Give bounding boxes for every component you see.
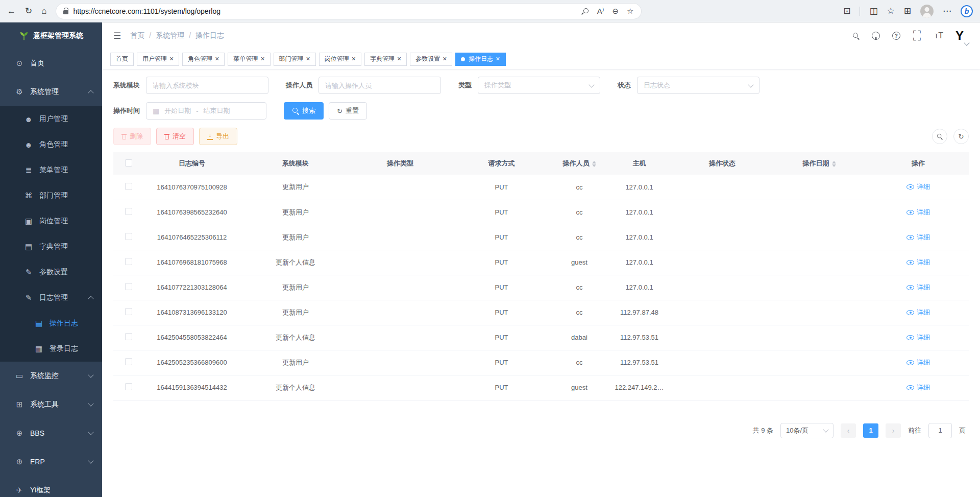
detail-link[interactable]: 详细 xyxy=(906,283,930,292)
sort-icon[interactable] xyxy=(832,161,836,167)
tab-close-icon[interactable] xyxy=(306,55,310,63)
tab-close-icon[interactable] xyxy=(496,55,500,63)
sidebar-item[interactable]: ⌘ 部门管理 xyxy=(0,183,102,208)
view-tab[interactable]: 参数设置 xyxy=(410,53,452,66)
col-date[interactable]: 操作日期 xyxy=(771,152,868,175)
current-page[interactable]: 1 xyxy=(863,423,878,438)
copilot-icon[interactable] xyxy=(961,5,973,17)
status-select[interactable]: 日志状态 xyxy=(637,77,760,94)
date-range-picker[interactable]: ▦ 开始日期 - 结束日期 xyxy=(146,102,266,120)
toggle-search-button[interactable] xyxy=(932,129,947,144)
font-size-icon[interactable]: ᴛT xyxy=(935,31,943,40)
refresh-icon[interactable]: ↻ xyxy=(25,7,32,15)
detail-link[interactable]: 详细 xyxy=(906,358,930,367)
module-input[interactable] xyxy=(153,82,262,89)
view-tab[interactable]: 角色管理 xyxy=(182,53,225,66)
sidebar-item[interactable]: ☻ 用户管理 xyxy=(0,106,102,132)
delete-button[interactable]: 删除 xyxy=(113,128,151,145)
view-tab[interactable]: 首页 xyxy=(110,53,134,66)
sidebar-item[interactable]: ▤ 操作日志 xyxy=(0,311,102,336)
sidebar-item[interactable]: ✈ Yi框架 xyxy=(0,476,102,497)
divider[interactable] xyxy=(860,7,860,16)
sidebar-item[interactable]: ⊕ BBS xyxy=(0,419,102,447)
row-checkbox[interactable] xyxy=(125,283,132,290)
sidebar-item[interactable]: ⊕ ERP xyxy=(0,447,102,476)
extensions-icon[interactable]: ⊡ xyxy=(843,7,850,15)
sidebar-item[interactable]: ☻ 角色管理 xyxy=(0,132,102,157)
row-checkbox[interactable] xyxy=(125,358,132,365)
sidebar-item[interactable]: ✎ 参数设置 xyxy=(0,259,102,285)
detail-link[interactable]: 详细 xyxy=(906,208,930,217)
help-icon[interactable] xyxy=(892,32,900,40)
type-select[interactable]: 操作类型 xyxy=(478,77,600,94)
search-button[interactable]: 搜索 xyxy=(284,102,324,120)
tab-close-icon[interactable] xyxy=(352,55,356,63)
view-tab[interactable]: 字典管理 xyxy=(364,53,407,66)
sidebar-item[interactable]: ▣ 岗位管理 xyxy=(0,208,102,234)
detail-link[interactable]: 详细 xyxy=(906,383,930,392)
favorites-bar-icon[interactable]: ☆ xyxy=(887,7,895,15)
view-tab[interactable]: 部门管理 xyxy=(274,53,316,66)
breadcrumb-item[interactable]: 首页 xyxy=(130,31,144,40)
prev-page-icon[interactable]: ‹ xyxy=(841,423,856,438)
breadcrumb-item[interactable]: 系统管理 xyxy=(144,31,184,40)
view-tab[interactable]: 操作日志 xyxy=(455,53,505,66)
more-options-icon[interactable]: ⋯ xyxy=(943,7,951,15)
profile-avatar[interactable] xyxy=(920,5,934,18)
operator-input[interactable] xyxy=(325,82,434,89)
address-bar[interactable]: https://ccnetcore.com:1101/system/log/op… xyxy=(56,4,641,19)
zoom-out-icon[interactable]: ⊖ xyxy=(612,7,619,15)
row-checkbox[interactable] xyxy=(125,208,132,215)
back-icon[interactable]: ← xyxy=(7,7,16,15)
sidebar-item[interactable]: ▤ 字典管理 xyxy=(0,234,102,259)
goto-page-input[interactable] xyxy=(928,423,952,438)
sidebar-item[interactable]: ⊙ 首页 xyxy=(0,49,102,78)
tab-close-icon[interactable] xyxy=(169,55,174,63)
search-icon[interactable] xyxy=(852,32,860,39)
home-icon[interactable]: ⌂ xyxy=(41,7,46,15)
sidebar-item[interactable]: ⚙ 系统管理 xyxy=(0,78,102,106)
fold-icon[interactable]: ☰ xyxy=(113,31,121,41)
sidebar-item[interactable]: ▭ 系统监控 xyxy=(0,362,102,390)
refresh-table-button[interactable]: ↻ xyxy=(953,129,969,144)
tab-close-icon[interactable] xyxy=(260,55,264,63)
sidebar-item[interactable]: ✎ 日志管理 xyxy=(0,285,102,311)
read-aloud-icon[interactable]: A⁾ xyxy=(597,7,604,15)
detail-link[interactable]: 详细 xyxy=(906,258,930,267)
row-checkbox[interactable] xyxy=(125,383,132,390)
split-screen-icon[interactable]: ◫ xyxy=(869,7,877,15)
breadcrumb-item[interactable]: 操作日志 xyxy=(184,31,224,40)
row-checkbox[interactable] xyxy=(125,233,132,240)
sort-icon[interactable] xyxy=(592,161,596,167)
view-tab[interactable]: 菜单管理 xyxy=(228,53,270,66)
select-all-checkbox[interactable] xyxy=(125,159,132,167)
page-size-select[interactable]: 10条/页 xyxy=(780,423,834,438)
sidebar-item[interactable]: ≣ 菜单管理 xyxy=(0,157,102,183)
view-tab[interactable]: 用户管理 xyxy=(137,53,179,66)
fullscreen-icon[interactable] xyxy=(913,33,922,39)
view-tab[interactable]: 岗位管理 xyxy=(319,53,361,66)
detail-link[interactable]: 详细 xyxy=(906,233,930,242)
detail-link[interactable]: 详细 xyxy=(906,308,930,317)
sidebar-item[interactable]: ⊞ 系统工具 xyxy=(0,390,102,419)
detail-link[interactable]: 详细 xyxy=(906,182,930,192)
clear-button[interactable]: 清空 xyxy=(156,128,194,145)
reset-button[interactable]: ↻ 重置 xyxy=(329,102,367,120)
col-operator[interactable]: 操作人员 xyxy=(554,152,605,175)
key-icon[interactable] xyxy=(582,8,589,15)
row-checkbox[interactable] xyxy=(125,333,132,340)
export-button[interactable]: 导出 xyxy=(199,128,237,145)
row-checkbox[interactable] xyxy=(125,258,132,265)
tab-close-icon[interactable] xyxy=(397,55,401,63)
collections-icon[interactable]: ⊞ xyxy=(904,7,911,15)
next-page-icon[interactable]: › xyxy=(886,423,901,438)
favorite-add-icon[interactable]: ☆ xyxy=(627,7,633,15)
tab-close-icon[interactable] xyxy=(443,55,447,63)
github-icon[interactable] xyxy=(872,32,880,40)
sidebar-item[interactable]: ▦ 登录日志 xyxy=(0,336,102,362)
detail-link[interactable]: 详细 xyxy=(906,333,930,342)
row-checkbox[interactable] xyxy=(125,308,132,315)
app-brand[interactable]: 意框架管理系统 xyxy=(0,22,102,49)
row-checkbox[interactable] xyxy=(125,183,132,190)
user-logo-menu[interactable]: Y xyxy=(955,30,969,42)
